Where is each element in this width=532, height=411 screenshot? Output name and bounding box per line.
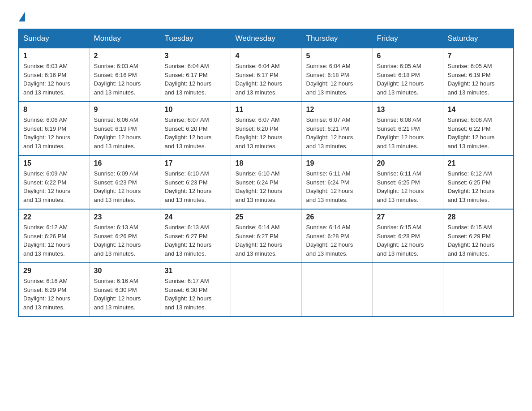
calendar-cell: [301, 263, 372, 317]
calendar-cell: 14 Sunrise: 6:08 AMSunset: 6:22 PMDaylig…: [443, 102, 514, 155]
day-info: Sunrise: 6:11 AMSunset: 6:25 PMDaylight:…: [377, 169, 438, 204]
calendar-cell: 12 Sunrise: 6:07 AMSunset: 6:21 PMDaylig…: [301, 102, 372, 155]
day-number: 4: [236, 52, 297, 60]
logo: [18, 13, 25, 20]
day-number: 28: [448, 213, 509, 221]
weekday-header-thursday: Thursday: [301, 29, 372, 48]
calendar-cell: 28 Sunrise: 6:15 AMSunset: 6:29 PMDaylig…: [443, 209, 514, 263]
day-number: 2: [94, 52, 155, 60]
calendar-cell: 25 Sunrise: 6:14 AMSunset: 6:27 PMDaylig…: [231, 209, 301, 263]
calendar-cell: 29 Sunrise: 6:16 AMSunset: 6:29 PMDaylig…: [18, 263, 89, 317]
calendar-cell: 11 Sunrise: 6:07 AMSunset: 6:20 PMDaylig…: [231, 102, 301, 155]
calendar-cell: 9 Sunrise: 6:06 AMSunset: 6:19 PMDayligh…: [89, 102, 160, 155]
day-info: Sunrise: 6:09 AMSunset: 6:22 PMDaylight:…: [23, 169, 85, 204]
calendar-cell: 26 Sunrise: 6:14 AMSunset: 6:28 PMDaylig…: [301, 209, 372, 263]
day-number: 3: [165, 52, 226, 60]
calendar-cell: 22 Sunrise: 6:12 AMSunset: 6:26 PMDaylig…: [18, 209, 89, 263]
day-info: Sunrise: 6:03 AMSunset: 6:16 PMDaylight:…: [23, 62, 85, 97]
day-number: 10: [165, 106, 226, 114]
day-number: 27: [377, 213, 438, 221]
calendar-cell: 10 Sunrise: 6:07 AMSunset: 6:20 PMDaylig…: [160, 102, 231, 155]
day-number: 26: [306, 213, 368, 221]
day-info: Sunrise: 6:10 AMSunset: 6:24 PMDaylight:…: [236, 169, 297, 204]
day-number: 30: [94, 267, 155, 275]
day-number: 23: [94, 213, 155, 221]
calendar-week-row: 15 Sunrise: 6:09 AMSunset: 6:22 PMDaylig…: [18, 155, 514, 209]
day-info: Sunrise: 6:04 AMSunset: 6:18 PMDaylight:…: [306, 62, 368, 97]
day-info: Sunrise: 6:13 AMSunset: 6:27 PMDaylight:…: [165, 223, 226, 258]
day-info: Sunrise: 6:07 AMSunset: 6:20 PMDaylight:…: [236, 116, 297, 150]
calendar-cell: 7 Sunrise: 6:05 AMSunset: 6:19 PMDayligh…: [443, 48, 514, 102]
calendar-cell: [443, 263, 514, 317]
calendar-cell: 24 Sunrise: 6:13 AMSunset: 6:27 PMDaylig…: [160, 209, 231, 263]
calendar-cell: [231, 263, 301, 317]
day-number: 24: [165, 213, 226, 221]
day-info: Sunrise: 6:15 AMSunset: 6:28 PMDaylight:…: [377, 223, 438, 258]
calendar-header-row: SundayMondayTuesdayWednesdayThursdayFrid…: [18, 29, 514, 48]
calendar-week-row: 29 Sunrise: 6:16 AMSunset: 6:29 PMDaylig…: [18, 263, 514, 317]
day-number: 12: [306, 106, 368, 114]
day-info: Sunrise: 6:09 AMSunset: 6:23 PMDaylight:…: [94, 169, 155, 204]
calendar-cell: 31 Sunrise: 6:17 AMSunset: 6:30 PMDaylig…: [160, 263, 231, 317]
day-number: 19: [306, 159, 368, 167]
day-number: 16: [94, 159, 155, 167]
calendar-cell: 3 Sunrise: 6:04 AMSunset: 6:17 PMDayligh…: [160, 48, 231, 102]
day-number: 20: [377, 159, 438, 167]
day-info: Sunrise: 6:03 AMSunset: 6:16 PMDaylight:…: [94, 62, 155, 97]
day-number: 17: [165, 159, 226, 167]
day-info: Sunrise: 6:14 AMSunset: 6:27 PMDaylight:…: [236, 223, 297, 258]
day-number: 5: [306, 52, 368, 60]
day-info: Sunrise: 6:07 AMSunset: 6:20 PMDaylight:…: [165, 116, 226, 150]
day-info: Sunrise: 6:12 AMSunset: 6:25 PMDaylight:…: [448, 169, 509, 204]
day-number: 11: [236, 106, 297, 114]
calendar-cell: 16 Sunrise: 6:09 AMSunset: 6:23 PMDaylig…: [89, 155, 160, 209]
logo-triangle-icon: [19, 12, 25, 21]
calendar-table: SundayMondayTuesdayWednesdayThursdayFrid…: [18, 29, 514, 317]
calendar-cell: 1 Sunrise: 6:03 AMSunset: 6:16 PMDayligh…: [18, 48, 89, 102]
day-info: Sunrise: 6:04 AMSunset: 6:17 PMDaylight:…: [236, 62, 297, 97]
calendar-week-row: 1 Sunrise: 6:03 AMSunset: 6:16 PMDayligh…: [18, 48, 514, 102]
day-info: Sunrise: 6:05 AMSunset: 6:19 PMDaylight:…: [448, 62, 509, 97]
day-info: Sunrise: 6:08 AMSunset: 6:21 PMDaylight:…: [377, 116, 438, 150]
day-info: Sunrise: 6:12 AMSunset: 6:26 PMDaylight:…: [23, 223, 85, 258]
day-info: Sunrise: 6:07 AMSunset: 6:21 PMDaylight:…: [306, 116, 368, 150]
weekday-header-tuesday: Tuesday: [160, 29, 231, 48]
day-number: 29: [23, 267, 85, 275]
day-number: 25: [236, 213, 297, 221]
day-info: Sunrise: 6:17 AMSunset: 6:30 PMDaylight:…: [165, 277, 226, 312]
calendar-cell: 23 Sunrise: 6:13 AMSunset: 6:26 PMDaylig…: [89, 209, 160, 263]
day-info: Sunrise: 6:16 AMSunset: 6:30 PMDaylight:…: [94, 277, 155, 312]
day-number: 9: [94, 106, 155, 114]
day-number: 13: [377, 106, 438, 114]
calendar-cell: 18 Sunrise: 6:10 AMSunset: 6:24 PMDaylig…: [231, 155, 301, 209]
weekday-header-saturday: Saturday: [443, 29, 514, 48]
day-number: 14: [448, 106, 509, 114]
day-info: Sunrise: 6:11 AMSunset: 6:24 PMDaylight:…: [306, 169, 368, 204]
day-number: 15: [23, 159, 85, 167]
calendar-cell: 13 Sunrise: 6:08 AMSunset: 6:21 PMDaylig…: [372, 102, 443, 155]
calendar-week-row: 22 Sunrise: 6:12 AMSunset: 6:26 PMDaylig…: [18, 209, 514, 263]
day-info: Sunrise: 6:06 AMSunset: 6:19 PMDaylight:…: [94, 116, 155, 150]
weekday-header-monday: Monday: [89, 29, 160, 48]
calendar-cell: 4 Sunrise: 6:04 AMSunset: 6:17 PMDayligh…: [231, 48, 301, 102]
calendar-cell: 2 Sunrise: 6:03 AMSunset: 6:16 PMDayligh…: [89, 48, 160, 102]
day-info: Sunrise: 6:15 AMSunset: 6:29 PMDaylight:…: [448, 223, 509, 258]
day-number: 18: [236, 159, 297, 167]
day-number: 7: [448, 52, 509, 60]
day-info: Sunrise: 6:13 AMSunset: 6:26 PMDaylight:…: [94, 223, 155, 258]
day-info: Sunrise: 6:10 AMSunset: 6:23 PMDaylight:…: [165, 169, 226, 204]
calendar-cell: 5 Sunrise: 6:04 AMSunset: 6:18 PMDayligh…: [301, 48, 372, 102]
calendar-cell: 6 Sunrise: 6:05 AMSunset: 6:18 PMDayligh…: [372, 48, 443, 102]
day-info: Sunrise: 6:05 AMSunset: 6:18 PMDaylight:…: [377, 62, 438, 97]
day-number: 8: [23, 106, 85, 114]
page-header: [18, 13, 514, 20]
day-number: 6: [377, 52, 438, 60]
calendar-cell: 30 Sunrise: 6:16 AMSunset: 6:30 PMDaylig…: [89, 263, 160, 317]
day-info: Sunrise: 6:14 AMSunset: 6:28 PMDaylight:…: [306, 223, 368, 258]
day-info: Sunrise: 6:16 AMSunset: 6:29 PMDaylight:…: [23, 277, 85, 312]
day-number: 1: [23, 52, 85, 60]
day-info: Sunrise: 6:08 AMSunset: 6:22 PMDaylight:…: [448, 116, 509, 150]
calendar-week-row: 8 Sunrise: 6:06 AMSunset: 6:19 PMDayligh…: [18, 102, 514, 155]
day-info: Sunrise: 6:04 AMSunset: 6:17 PMDaylight:…: [165, 62, 226, 97]
weekday-header-friday: Friday: [372, 29, 443, 48]
